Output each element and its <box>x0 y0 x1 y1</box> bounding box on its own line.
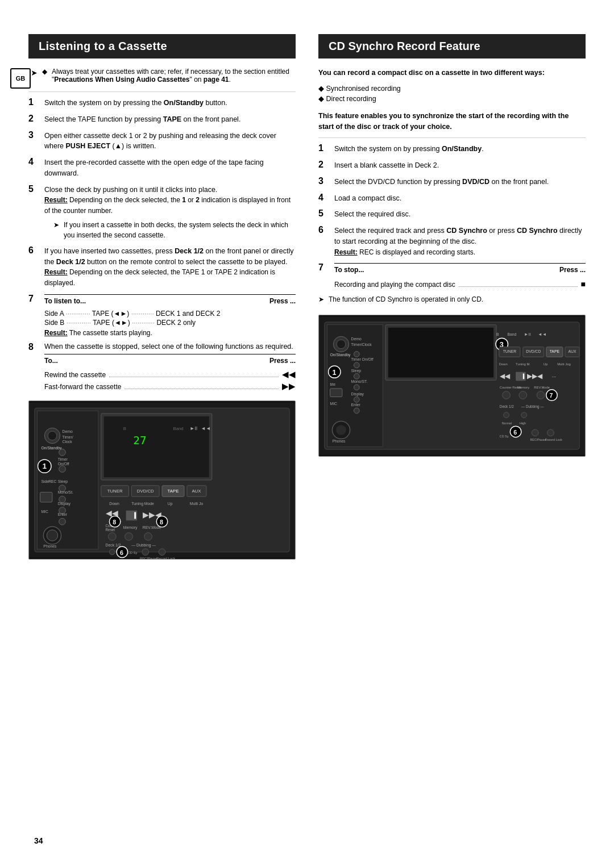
right-step7-header: To stop... Press ... <box>334 263 586 276</box>
svg-text:CD Sy: CD Sy <box>128 550 138 554</box>
svg-point-57 <box>125 532 133 540</box>
svg-rect-51 <box>134 512 136 519</box>
svg-text:Demo: Demo <box>351 337 362 341</box>
step-4: 4 Insert the pre-recorded cassette with … <box>28 157 296 179</box>
synchro-note-text: The function of CD Synchro is operated i… <box>329 295 483 303</box>
svg-point-99 <box>336 425 346 435</box>
svg-text:Timer On/Off: Timer On/Off <box>351 357 374 361</box>
right-step-5: 5 Select the required disc. <box>318 209 586 220</box>
svg-point-28 <box>47 530 58 541</box>
intro-note-diamond: ◆ <box>42 68 47 84</box>
svg-text:6: 6 <box>513 429 517 436</box>
svg-text:Timer/: Timer/ <box>63 435 73 439</box>
recording-row: Recording and playing the compact disc ■ <box>334 279 586 289</box>
intro-note: ➤ ◆ Always treat your cassettes with car… <box>28 68 296 84</box>
svg-point-91 <box>354 385 359 390</box>
svg-text:Memory: Memory <box>517 386 529 389</box>
svg-point-9 <box>59 449 66 456</box>
svg-text:Timer: Timer <box>58 457 68 461</box>
feature-bold-text: This feature enables you to synchronize … <box>318 111 586 132</box>
svg-text:Multi Jog: Multi Jog <box>557 362 570 366</box>
svg-point-68 <box>159 549 165 556</box>
svg-text:TAPE: TAPE <box>168 489 179 494</box>
svg-point-94 <box>354 397 359 403</box>
svg-text:On/Off: On/Off <box>58 461 69 465</box>
svg-text:Tuning M.: Tuning M. <box>516 362 530 366</box>
device-svg-left: Demo Timer/ Clock On/Standby Timer On/Of… <box>29 401 295 559</box>
svg-text:Sleep: Sleep <box>351 369 362 373</box>
svg-text:AUX: AUX <box>192 489 201 494</box>
device-svg-right: On/Standby Demo Timer/Clock Timer On/Off… <box>319 315 585 456</box>
svg-text:◀◀: ◀◀ <box>500 373 511 380</box>
svg-text:B: B <box>123 426 126 431</box>
page-container: GB Listening to a Cassette ➤ ◆ Always tr… <box>0 0 614 868</box>
svg-text:Multi Jo: Multi Jo <box>190 502 204 506</box>
svg-text:AUX: AUX <box>569 350 576 354</box>
svg-text:Down: Down <box>109 502 119 506</box>
svg-text:TUNER: TUNER <box>107 489 123 494</box>
svg-text:▶▶◀: ▶▶◀ <box>527 373 543 380</box>
synchro-arrow: ➤ <box>318 295 324 303</box>
right-step-6: 6 Select the required track and press CD… <box>318 226 586 257</box>
step7-row-sidea: Side A ············· TAPE (◄►) ·········… <box>44 310 296 318</box>
svg-point-97 <box>354 408 359 414</box>
bullet-1: ◆ Synchronised recording <box>318 84 586 93</box>
gb-badge: GB <box>10 68 31 89</box>
svg-text:Mono/ST.: Mono/ST. <box>351 379 368 383</box>
svg-point-78 <box>337 340 346 349</box>
svg-point-55 <box>108 532 116 540</box>
step8-rewind-row: Rewind the cassette ◀◀ <box>44 369 296 379</box>
right-step-4: 4 Load a compact disc. <box>318 193 586 204</box>
svg-text:Memory: Memory <box>123 525 138 530</box>
left-column: Listening to a Cassette ➤ ◆ Always treat… <box>28 34 296 560</box>
svg-point-4 <box>48 431 57 440</box>
svg-text:bte: bte <box>330 382 336 386</box>
svg-point-138 <box>521 412 527 418</box>
step8-header-row: To... Press ... <box>44 354 296 367</box>
right-column: CD Synchro Record Feature You can record… <box>318 34 586 560</box>
svg-text:REV.Mode: REV.Mode <box>534 386 550 389</box>
svg-text:1: 1 <box>42 462 47 470</box>
svg-text:◄◄: ◄◄ <box>538 332 546 337</box>
bullet-2: ◆ Direct recording <box>318 94 586 103</box>
svg-text:— Dubbing —: — Dubbing — <box>131 543 156 548</box>
step7-result: Result: The cassette starts playing. <box>44 329 296 337</box>
svg-text:Record Lock: Record Lock <box>545 439 562 442</box>
svg-text:8: 8 <box>113 519 116 525</box>
svg-point-26 <box>59 518 66 525</box>
device-image-left: Demo Timer/ Clock On/Standby Timer On/Of… <box>28 400 296 560</box>
svg-text:DVD/CD: DVD/CD <box>137 489 154 494</box>
svg-rect-92 <box>330 389 342 397</box>
svg-text:Deck 1/2: Deck 1/2 <box>500 404 514 408</box>
svg-point-66 <box>142 549 149 556</box>
step7-header-row: To listen to... Press ... <box>44 294 296 307</box>
step8-ffwd-row: Fast-forward the cassette ▶▶ <box>44 381 296 391</box>
svg-text:High: High <box>520 422 526 425</box>
svg-text:REC/Pause: REC/Pause <box>140 557 157 559</box>
svg-text:Demo: Demo <box>63 429 73 433</box>
right-step-2: 2 Insert a blank cassette in Deck 2. <box>318 160 586 171</box>
svg-text:►II: ►II <box>524 332 531 337</box>
svg-text:Timer/Clock: Timer/Clock <box>351 343 372 347</box>
svg-text:MIC: MIC <box>41 510 48 514</box>
svg-text:TUNER: TUNER <box>503 350 517 354</box>
arrow-icon: ➤ <box>31 68 38 84</box>
right-step-3: 3 Select the DVD/CD function by pressing… <box>318 177 586 187</box>
svg-text:Band: Band <box>508 333 517 337</box>
svg-text:Phones: Phones <box>332 440 346 444</box>
svg-text:On/Standby: On/Standby <box>41 446 62 450</box>
svg-text:TAPE: TAPE <box>550 350 560 354</box>
svg-text:Deck 1/2: Deck 1/2 <box>106 543 121 547</box>
svg-text:Up: Up <box>168 502 173 506</box>
svg-rect-21 <box>40 492 52 502</box>
svg-point-88 <box>354 374 359 379</box>
right-section-title: CD Synchro Record Feature <box>318 34 586 59</box>
two-col-layout: Listening to a Cassette ➤ ◆ Always treat… <box>28 34 586 560</box>
svg-point-131 <box>537 391 545 399</box>
step-3: 3 Open either cassette deck 1 or 2 by pu… <box>28 131 296 152</box>
step7-row-sideb: Side B ············· TAPE (◄►) ·········… <box>44 319 296 327</box>
svg-text:Normal: Normal <box>502 422 512 425</box>
svg-text:Tuning Mode: Tuning Mode <box>131 502 154 506</box>
svg-text:8: 8 <box>160 519 163 525</box>
svg-text:Display: Display <box>351 392 364 397</box>
